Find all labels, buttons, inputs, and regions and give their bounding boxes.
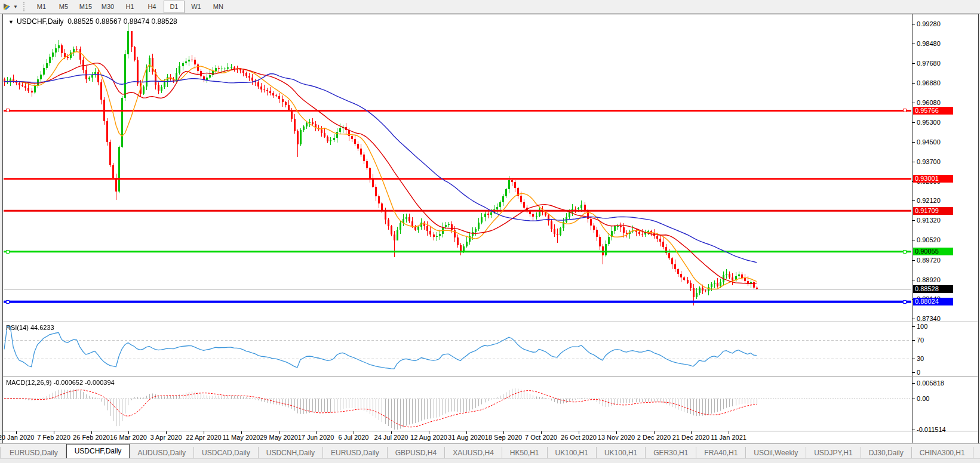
rsi-scale-label: 100 — [917, 323, 927, 330]
rsi-panel-canvas[interactable] — [4, 323, 911, 376]
price-tick-label: 0.91320 — [917, 217, 941, 224]
symbol-tab-usdjpy-h1[interactable]: USDJPY,H1 — [806, 447, 861, 459]
main-chart-canvas[interactable] — [4, 15, 911, 322]
panel-separator-rsi[interactable] — [3, 322, 978, 322]
price-tick-mark — [912, 319, 915, 319]
symbol-tab-dj30-daily[interactable]: DJ30,Daily — [861, 447, 912, 459]
price-axis-line — [912, 14, 913, 443]
price-tick-mark — [912, 63, 915, 64]
price-tick-mark — [912, 162, 915, 162]
date-tick-label: 16 Mar 2020 — [110, 434, 147, 441]
price-tick-label: 0.89720 — [917, 257, 941, 264]
rsi-indicator-label: RSI(14) 44.6233 — [6, 324, 54, 331]
price-tick-mark — [912, 280, 915, 280]
macd-tick-mark — [912, 430, 915, 430]
price-tick-mark — [912, 24, 915, 24]
timeframe-button-m30[interactable]: M30 — [97, 1, 118, 13]
chart-symbol-label: USDCHF,Daily — [17, 17, 64, 26]
price-tick-mark — [912, 103, 915, 103]
price-tick-label: 0.96880 — [917, 79, 941, 87]
symbol-tab-usoil-weekly[interactable]: USOil,Weekly — [746, 447, 806, 459]
rsi-scale-label: 30 — [917, 355, 924, 362]
line-price-label: 0.90055 — [913, 248, 953, 255]
symbol-tab-usdcad-daily[interactable]: USDCAD,Daily — [194, 447, 259, 459]
price-tick-label: 0.93700 — [917, 158, 941, 165]
timeframe-button-group: M1M5M15M30H1H4D1W1MN — [30, 1, 229, 13]
symbol-tab-uk100-h1[interactable]: UK100,H1 — [548, 447, 597, 459]
price-tick-label: 0.99280 — [917, 20, 941, 27]
drawing-tool-button[interactable]: ▼ — [0, 0, 20, 13]
price-tick-mark — [912, 83, 915, 84]
rsi-tick-mark — [912, 326, 915, 327]
symbol-tab-gbpusd-h4[interactable]: GBPUSD,H4 — [388, 447, 445, 459]
rsi-scale-label: 70 — [917, 337, 924, 344]
timeframe-button-m15[interactable]: M15 — [75, 1, 96, 13]
price-tick-label: 0.87340 — [917, 315, 941, 322]
macd-scale-label: -0.011514 — [917, 426, 946, 433]
macd-panel-canvas[interactable] — [4, 377, 911, 430]
line-price-label: 0.88024 — [913, 298, 953, 305]
date-tick-label: 29 May 2020 — [260, 434, 298, 441]
symbol-tab-audusd-daily[interactable]: AUDUSD,Daily — [130, 447, 194, 459]
date-tick-label: 22 Apr 2020 — [186, 434, 221, 441]
symbol-tab-bar: EURUSD,DailyUSDCHF,DailyAUDUSD,DailyUSDC… — [0, 443, 980, 459]
timeframe-button-h4[interactable]: H4 — [142, 1, 162, 13]
symbol-tab-uk100-h1[interactable]: UK100,H1 — [597, 447, 646, 459]
price-tick-label: 0.98480 — [917, 40, 941, 47]
symbol-tab-china300-h1[interactable]: CHINA300,H1 — [912, 447, 973, 459]
macd-indicator-label: MACD(12,26,9) -0.000652 -0.000394 — [6, 379, 115, 386]
symbol-tab-usdcnh-daily[interactable]: USDCNH,Daily — [259, 447, 323, 459]
chart-ohlc-values: 0.88525 0.88567 0.88474 0.88528 — [67, 17, 177, 26]
price-tick-mark — [912, 122, 915, 123]
date-tick-label: 18 Sep 2020 — [485, 434, 522, 441]
price-tick-label: 0.90520 — [917, 236, 941, 243]
date-tick-label: 31 Aug 2020 — [448, 434, 485, 441]
rsi-tick-mark — [912, 340, 915, 341]
date-tick-label: 2 Dec 2020 — [637, 434, 671, 441]
price-tick-label: 0.94500 — [917, 138, 941, 146]
chart-title: ▼USDCHF,Daily 0.88525 0.88567 0.88474 0.… — [8, 17, 177, 26]
price-tick-label: 0.92120 — [917, 197, 941, 204]
timeframe-button-m5[interactable]: M5 — [53, 1, 74, 13]
date-tick-label: 11 May 2020 — [223, 434, 260, 441]
price-tick-mark — [912, 44, 915, 44]
panel-separator-macd[interactable] — [3, 376, 978, 377]
date-tick-label: 24 Jul 2020 — [374, 434, 408, 441]
line-price-label: 0.93001 — [913, 175, 953, 183]
drawing-tool-icon — [2, 2, 12, 11]
date-tick-label: 17 Jun 2020 — [298, 434, 334, 441]
symbol-tab-xauusd-h4[interactable]: XAUUSD,H4 — [445, 447, 502, 459]
symbol-tab-eurusd-daily[interactable]: EURUSD,Daily — [2, 447, 66, 459]
symbol-tab-usoil-[interactable]: USOil, — [973, 447, 980, 459]
macd-tick-mark — [912, 399, 915, 399]
timeframe-button-w1[interactable]: W1 — [186, 1, 207, 13]
date-tick-label: 3 Apr 2020 — [150, 434, 182, 441]
window-bottom-strip — [0, 458, 980, 463]
symbol-tab-eurusd-daily[interactable]: EURUSD,Daily — [323, 447, 388, 459]
timeframe-button-m1[interactable]: M1 — [31, 1, 52, 13]
timeframe-button-d1[interactable]: D1 — [164, 1, 185, 13]
price-tick-mark — [912, 142, 915, 143]
symbol-tab-fra40-h1[interactable]: FRA40,H1 — [696, 447, 746, 459]
date-tick-label: 12 Aug 2020 — [410, 434, 447, 441]
symbol-tab-usdchf-daily[interactable]: USDCHF,Daily — [66, 444, 130, 459]
timeframe-button-mn[interactable]: MN — [208, 1, 229, 13]
timeframe-button-h1[interactable]: H1 — [119, 1, 140, 13]
price-tick-label: 0.95300 — [917, 119, 941, 126]
price-tick-mark — [912, 200, 915, 201]
symbol-tab-hk50-h1[interactable]: HK50,H1 — [502, 447, 548, 459]
date-tick-label: 7 Oct 2020 — [525, 434, 557, 441]
macd-scale-label: 0.005818 — [917, 379, 944, 387]
date-tick-label: 13 Nov 2020 — [598, 434, 635, 441]
date-tick-label: 21 Dec 2020 — [672, 434, 709, 441]
price-tick-mark — [912, 220, 915, 221]
chevron-down-icon[interactable]: ▼ — [13, 4, 18, 10]
macd-tick-mark — [912, 383, 915, 384]
date-tick-label: 7 Feb 2020 — [37, 434, 70, 441]
chevron-down-icon[interactable]: ▼ — [8, 19, 14, 25]
rsi-tick-mark — [912, 372, 915, 373]
price-tick-label: 0.97680 — [917, 60, 941, 67]
date-tick-label: 20 Jan 2020 — [0, 434, 34, 441]
price-tick-label: 0.88920 — [917, 276, 941, 283]
symbol-tab-ger30-h1[interactable]: GER30,H1 — [646, 447, 696, 459]
